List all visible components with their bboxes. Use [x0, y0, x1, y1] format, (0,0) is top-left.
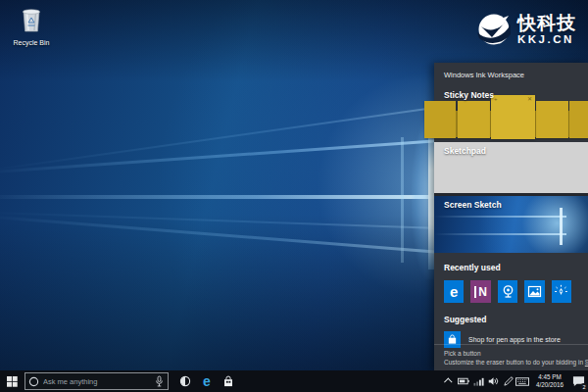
thumbnail-beam [434, 216, 566, 218]
brand-name-cn: 快科技 [517, 14, 576, 32]
pen-highlight-icon [554, 284, 568, 299]
sticky-note [424, 101, 456, 138]
sticky-note: + ✕ [491, 95, 535, 139]
clock[interactable]: 4:45 PM 4/20/2016 [536, 373, 564, 389]
volume-icon[interactable] [486, 370, 501, 392]
recently-used-tiles: e N [444, 280, 578, 303]
pen-icon[interactable] [501, 370, 515, 392]
kkj-watermark: 快科技 KKJ.CN [476, 12, 576, 47]
maps-pin-icon [501, 284, 515, 299]
recycle-bin-shortcut[interactable]: Recycle Bin [6, 6, 57, 46]
kkj-logo-text: 快科技 KKJ.CN [517, 14, 576, 46]
windows-ink-workspace-panel: Windows Ink Workspace Sticky Notes + ✕ S… [434, 63, 588, 370]
store-bag-icon [222, 375, 234, 388]
battery-icon[interactable] [457, 370, 471, 392]
customize-eraser-text: Customize the eraser button to do your b… [444, 359, 578, 368]
panel-footer: Pick a button Customize the eraser butto… [434, 344, 588, 370]
recycle-bin-label: Recycle Bin [6, 39, 57, 46]
search-input[interactable]: Ask me anything [24, 372, 169, 390]
microphone-icon[interactable] [155, 375, 164, 387]
thumbnail-window-edge [560, 208, 563, 245]
panel-title: Windows Ink Workspace [434, 63, 588, 86]
window-edge-faint [401, 137, 404, 263]
light-beam [0, 106, 441, 172]
store-taskbar-button[interactable] [218, 370, 239, 392]
action-center-button[interactable]: 2 [568, 370, 588, 392]
recently-used-label: Recently used [444, 263, 578, 272]
sticky-note [536, 101, 568, 138]
light-beam [0, 212, 441, 229]
sketchpad-section[interactable]: Sketchpad [434, 142, 588, 193]
app-tile-edge[interactable]: e [444, 280, 464, 303]
panel-lower: Recently used e N [434, 253, 588, 370]
app-tile-photos[interactable] [524, 280, 544, 303]
light-beam [0, 139, 441, 174]
pick-a-button-text: Pick a button [444, 350, 578, 359]
tray-chevron-up-icon[interactable] [442, 370, 457, 392]
windows-desktop: Recycle Bin 快科技 KKJ.CN Windows Ink Works… [0, 0, 588, 392]
edge-icon: e [203, 374, 211, 388]
start-button[interactable] [0, 370, 24, 392]
sticky-note [458, 101, 490, 138]
system-tray: 4:45 PM 4/20/2016 2 [442, 370, 588, 392]
network-icon[interactable] [471, 370, 486, 392]
windows-logo-icon [7, 376, 18, 387]
screen-sketch-section[interactable]: Screen Sketch [434, 196, 588, 253]
onenote-icon: N [474, 286, 487, 298]
cortana-icon [28, 376, 39, 387]
sticky-note [569, 101, 588, 138]
app-tile-onenote[interactable]: N [470, 280, 490, 303]
edge-taskbar-button[interactable]: e [196, 370, 218, 392]
light-beam [0, 195, 441, 199]
suggested-label: Suggested [444, 315, 578, 324]
clock-time: 4:45 PM [536, 373, 564, 381]
task-view-icon [179, 375, 191, 387]
screen-sketch-label: Screen Sketch [444, 200, 502, 210]
sketchpad-label: Sketchpad [444, 146, 486, 156]
edge-icon: e [450, 284, 458, 299]
light-beam [0, 215, 441, 254]
app-tile-pen-highlight[interactable] [552, 280, 571, 303]
search-placeholder: Ask me anything [43, 377, 155, 386]
sticky-notes-section[interactable]: Sticky Notes + ✕ [434, 86, 588, 142]
brand-domain: KKJ.CN [517, 34, 576, 46]
kkj-logo-icon [476, 12, 512, 47]
app-tile-maps[interactable] [498, 280, 517, 303]
taskbar: Ask me anything e [0, 370, 588, 392]
note-add-icon[interactable]: + [494, 96, 498, 103]
note-close-icon[interactable]: ✕ [527, 96, 532, 103]
task-view-button[interactable] [174, 370, 196, 392]
recycle-bin-icon [19, 6, 44, 33]
thumbnail-beam [434, 233, 566, 235]
clock-date: 4/20/2016 [536, 381, 564, 389]
touch-keyboard-icon[interactable] [515, 370, 530, 392]
photos-icon [527, 284, 542, 299]
notification-badge: 2 [580, 383, 588, 391]
sticky-notes-label: Sticky Notes [444, 90, 494, 100]
store-suggestion-text: Shop for pen apps in the store [468, 336, 561, 343]
